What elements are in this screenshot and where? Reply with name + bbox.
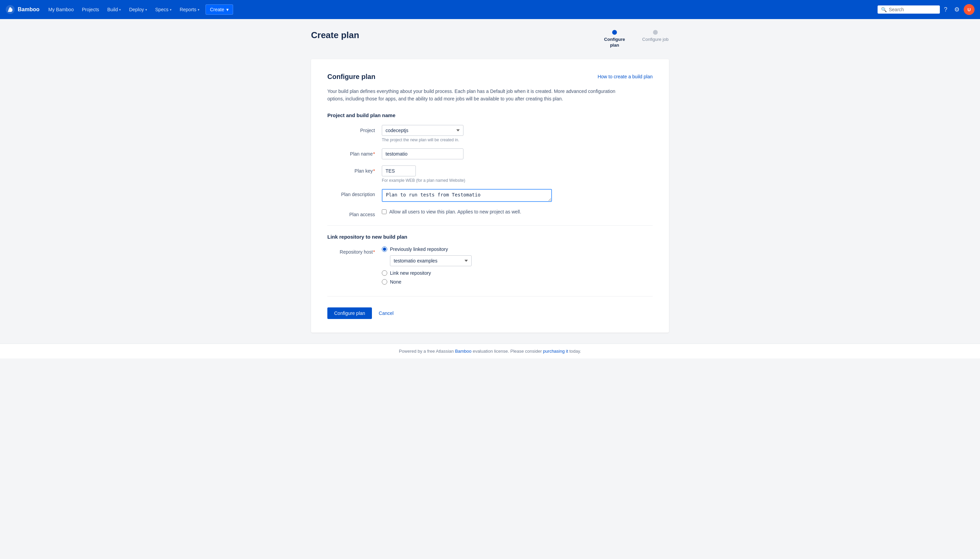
repo-option-none[interactable]: None xyxy=(382,279,552,284)
plan-description-input[interactable]: Plan to run tests from Testomatio xyxy=(382,189,552,202)
page-wrapper: Create plan Configureplan Configure job … xyxy=(303,19,677,344)
page-header: Create plan Configureplan Configure job xyxy=(311,30,669,48)
repo-option-none-label: None xyxy=(390,279,401,284)
plan-access-label: Plan access xyxy=(327,209,382,217)
navbar: Bamboo My Bamboo Projects Build ▾ Deploy… xyxy=(0,0,980,19)
repo-dropdown[interactable]: testomatio examples xyxy=(390,255,472,266)
footer-text-middle: evaluation license. Please consider xyxy=(472,349,543,354)
nav-build[interactable]: Build ▾ xyxy=(104,4,124,15)
project-section-title: Project and build plan name xyxy=(327,112,653,118)
step-dot-configure-plan xyxy=(612,30,617,35)
search-input[interactable] xyxy=(889,7,936,12)
plan-key-label: Plan key* xyxy=(327,165,382,174)
repo-section-title: Link repository to new build plan xyxy=(327,234,653,240)
plan-name-label: Plan name* xyxy=(327,149,382,157)
repo-radio-link-new[interactable] xyxy=(382,270,387,276)
project-row: Project codeceptjs The project the new p… xyxy=(327,125,653,142)
stepper: Configureplan Configure job xyxy=(601,30,669,48)
specs-chevron-icon: ▾ xyxy=(170,8,172,12)
repository-host-control: Previously linked repository testomatio … xyxy=(382,246,552,288)
build-chevron-icon: ▾ xyxy=(119,8,121,12)
deploy-chevron-icon: ▾ xyxy=(145,8,147,12)
nav-projects[interactable]: Projects xyxy=(79,4,103,15)
plan-key-required: * xyxy=(373,168,375,174)
nav-reports[interactable]: Reports ▾ xyxy=(176,4,203,15)
help-icon: ? xyxy=(944,6,947,13)
page-title: Create plan xyxy=(311,30,359,41)
plan-access-control: Allow all users to view this plan. Appli… xyxy=(382,209,552,215)
brand-logo[interactable]: Bamboo xyxy=(5,5,40,14)
plan-name-input[interactable] xyxy=(382,149,464,159)
card-title: Configure plan xyxy=(327,73,375,81)
reports-chevron-icon: ▾ xyxy=(198,8,200,12)
plan-key-input[interactable] xyxy=(382,165,416,176)
avatar[interactable]: U xyxy=(964,4,975,15)
bamboo-icon xyxy=(5,5,15,14)
help-link[interactable]: How to create a build plan xyxy=(597,74,653,79)
step-label-configure-plan: Configureplan xyxy=(604,37,625,48)
form-actions: Configure plan Cancel xyxy=(327,308,653,319)
plan-description-label: Plan description xyxy=(327,189,382,197)
plan-description-control: Plan to run tests from Testomatio xyxy=(382,189,552,203)
plan-name-required: * xyxy=(373,151,375,157)
settings-button[interactable]: ⚙ xyxy=(952,4,962,15)
nav-my-bamboo[interactable]: My Bamboo xyxy=(45,4,77,15)
card-header: Configure plan How to create a build pla… xyxy=(327,73,653,81)
repo-dropdown-wrap: testomatio examples xyxy=(390,255,552,266)
repo-host-required: * xyxy=(373,249,375,255)
plan-key-control: For example WEB (for a plan named Websit… xyxy=(382,165,552,183)
create-chevron-icon: ▾ xyxy=(226,7,229,12)
nav-specs[interactable]: Specs ▾ xyxy=(152,4,175,15)
plan-access-checkbox-row: Allow all users to view this plan. Appli… xyxy=(382,209,552,215)
step-dot-configure-job xyxy=(653,30,658,35)
repo-option-previously-linked[interactable]: Previously linked repository xyxy=(382,246,552,252)
footer-purchasing-link[interactable]: purchasing it xyxy=(543,349,568,354)
project-control: codeceptjs The project the new plan will… xyxy=(382,125,552,142)
repo-option-link-new-label: Link new repository xyxy=(390,270,431,276)
plan-key-row: Plan key* For example WEB (for a plan na… xyxy=(327,165,653,183)
create-button[interactable]: Create ▾ xyxy=(206,5,233,15)
search-icon: 🔍 xyxy=(881,7,887,12)
plan-access-row: Plan access Allow all users to view this… xyxy=(327,209,653,217)
nav-deploy[interactable]: Deploy ▾ xyxy=(125,4,150,15)
repo-option-previously-linked-label: Previously linked repository xyxy=(390,246,448,252)
help-button[interactable]: ? xyxy=(941,4,950,15)
avatar-initials: U xyxy=(967,7,970,12)
configure-plan-card: Configure plan How to create a build pla… xyxy=(311,59,669,332)
section-divider xyxy=(327,225,653,226)
repo-radio-none[interactable] xyxy=(382,279,387,284)
cancel-button[interactable]: Cancel xyxy=(377,308,395,319)
footer-text-before: Powered by a free Atlassian xyxy=(399,349,455,354)
step-configure-plan: Configureplan xyxy=(601,30,628,48)
step-configure-job: Configure job xyxy=(642,30,669,43)
brand-name: Bamboo xyxy=(18,7,40,13)
project-select[interactable]: codeceptjs xyxy=(382,125,464,136)
plan-name-control xyxy=(382,149,552,159)
gear-icon: ⚙ xyxy=(954,6,960,13)
step-label-configure-job: Configure job xyxy=(642,37,668,43)
footer: Powered by a free Atlassian Bamboo evalu… xyxy=(0,344,980,359)
plan-access-checkbox[interactable] xyxy=(382,209,386,214)
footer-text-after: today. xyxy=(568,349,581,354)
plan-access-checkbox-label: Allow all users to view this plan. Appli… xyxy=(389,209,521,215)
search-bar: 🔍 xyxy=(878,5,940,13)
actions-divider xyxy=(327,296,653,296)
project-hint: The project the new plan will be created… xyxy=(382,137,552,142)
plan-name-row: Plan name* xyxy=(327,149,653,159)
repository-host-label: Repository host* xyxy=(327,246,382,255)
card-description: Your build plan defines everything about… xyxy=(327,88,620,103)
repo-radio-previously-linked[interactable] xyxy=(382,246,387,252)
footer-bamboo-link[interactable]: Bamboo xyxy=(455,349,471,354)
repository-host-row: Repository host* Previously linked repos… xyxy=(327,246,653,288)
configure-plan-button[interactable]: Configure plan xyxy=(327,308,372,319)
project-label: Project xyxy=(327,125,382,133)
plan-description-row: Plan description Plan to run tests from … xyxy=(327,189,653,203)
repo-option-link-new[interactable]: Link new repository xyxy=(382,270,552,276)
plan-key-hint: For example WEB (for a plan named Websit… xyxy=(382,178,552,183)
